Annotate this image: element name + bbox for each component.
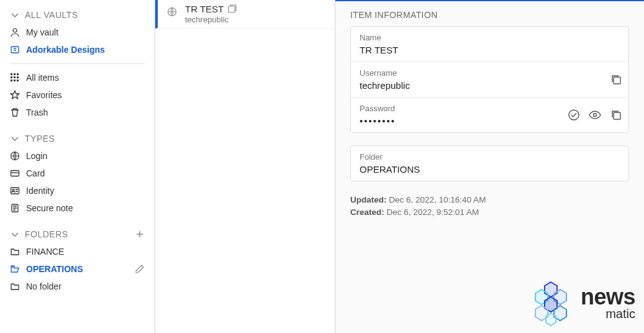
- add-folder-button[interactable]: [135, 229, 145, 239]
- svg-marker-28: [554, 306, 566, 321]
- sidebar-item-type-note[interactable]: Secure note: [0, 199, 155, 217]
- sidebar-item-favorites[interactable]: Favorites: [0, 86, 155, 104]
- svg-rect-9: [14, 80, 16, 81]
- folder-card: Folder OPERATIONS: [350, 145, 629, 181]
- logo-text-line2: matic: [605, 308, 635, 319]
- svg-rect-2: [11, 73, 12, 75]
- section-header-all-vaults[interactable]: ALL VAULTS: [0, 6, 155, 24]
- sidebar-item-folder-none[interactable]: No folder: [0, 278, 155, 295]
- sidebar-item-label: Login: [26, 151, 47, 161]
- sidebar-item-folder-operations[interactable]: OPERATIONS: [0, 260, 155, 278]
- updated-label: Updated:: [350, 195, 387, 204]
- svg-rect-3: [14, 73, 16, 75]
- divider: [10, 63, 145, 64]
- business-icon: [10, 45, 20, 55]
- globe-icon: [10, 151, 20, 161]
- card-icon: [10, 168, 20, 178]
- sidebar-item-label: FINANCE: [26, 247, 64, 257]
- svg-marker-27: [535, 306, 548, 321]
- sidebar-item-label: Adorkable Designs: [26, 45, 105, 55]
- sidebar-item-all-items[interactable]: All items: [0, 69, 155, 86]
- sidebar-item-label: Card: [26, 168, 45, 178]
- field-password: Password ••••••••: [351, 98, 628, 132]
- sidebar-item-label: Secure note: [26, 203, 73, 213]
- field-label: Folder: [360, 152, 620, 162]
- sidebar-item-type-card[interactable]: Card: [0, 165, 155, 182]
- item-title: TR TEST: [185, 4, 224, 14]
- updated-value: Dec 6, 2022, 10:16:40 AM: [389, 195, 486, 204]
- created-value: Dec 6, 2022, 9:52:01 AM: [387, 208, 479, 217]
- detail-header: ITEM INFORMATION: [350, 10, 629, 20]
- created-label: Created:: [350, 208, 384, 217]
- sidebar-item-label: OPERATIONS: [26, 264, 83, 274]
- sidebar-item-label: Trash: [26, 107, 48, 117]
- edit-folder-button[interactable]: [135, 264, 145, 274]
- sidebar-item-org-vault[interactable]: Adorkable Designs: [0, 41, 155, 58]
- logo-text-line1: news: [581, 287, 635, 307]
- svg-point-20: [569, 110, 579, 120]
- svg-rect-14: [11, 188, 19, 194]
- item-subtitle: techrepublic: [185, 15, 327, 24]
- sidebar: ALL VAULTS My vault Adorkable Designs Al…: [0, 0, 155, 333]
- section-label: ALL VAULTS: [25, 10, 78, 20]
- section-label: TYPES: [25, 134, 55, 144]
- svg-rect-13: [11, 171, 19, 176]
- svg-marker-26: [545, 297, 557, 312]
- grid-icon: [10, 73, 20, 83]
- section-header-types[interactable]: TYPES: [0, 130, 155, 147]
- sidebar-item-trash[interactable]: Trash: [0, 104, 155, 121]
- trash-icon: [10, 107, 20, 117]
- svg-marker-25: [535, 290, 548, 304]
- check-password-button[interactable]: [568, 109, 580, 121]
- brand-logo: news matic: [526, 278, 635, 328]
- field-folder: Folder OPERATIONS: [351, 146, 628, 181]
- section-label: FOLDERS: [25, 229, 68, 239]
- field-value: TR TEST: [360, 45, 620, 55]
- svg-rect-22: [614, 112, 620, 119]
- svg-point-21: [594, 114, 597, 117]
- sidebar-item-label: No folder: [26, 281, 61, 291]
- svg-rect-10: [17, 80, 19, 81]
- svg-rect-1: [11, 47, 19, 53]
- list-item[interactable]: TR TEST techrepublic: [155, 0, 335, 29]
- sidebar-item-type-identity[interactable]: Identity: [0, 182, 155, 199]
- sidebar-item-label: All items: [26, 73, 59, 83]
- item-list: TR TEST techrepublic: [155, 0, 335, 333]
- copy-username-button[interactable]: [610, 73, 622, 86]
- svg-rect-18: [229, 6, 235, 12]
- globe-icon: [165, 5, 179, 19]
- folder-icon: [10, 281, 20, 291]
- star-icon: [10, 90, 20, 100]
- sidebar-item-label: Identity: [26, 186, 54, 196]
- shared-icon: [227, 4, 237, 14]
- folder-icon: [10, 247, 20, 257]
- svg-rect-5: [11, 76, 12, 78]
- svg-point-0: [13, 29, 17, 32]
- sidebar-item-my-vault[interactable]: My vault: [0, 24, 155, 41]
- field-value: techrepublic: [360, 80, 620, 91]
- folder-open-icon: [10, 264, 20, 274]
- svg-point-15: [12, 189, 14, 191]
- sidebar-item-folder-finance[interactable]: FINANCE: [0, 243, 155, 260]
- toggle-password-visibility-button[interactable]: [589, 109, 601, 121]
- svg-rect-6: [14, 76, 16, 78]
- field-label: Name: [360, 33, 620, 42]
- chevron-down-icon: [10, 229, 20, 239]
- note-icon: [10, 203, 20, 213]
- svg-rect-8: [11, 80, 12, 81]
- field-username: Username techrepublic: [351, 62, 628, 98]
- sidebar-item-label: My vault: [26, 27, 58, 37]
- sidebar-item-type-login[interactable]: Login: [0, 147, 155, 165]
- svg-marker-29: [546, 313, 556, 326]
- field-name: Name TR TEST: [351, 27, 628, 62]
- copy-password-button[interactable]: [610, 109, 622, 121]
- sidebar-item-label: Favorites: [26, 90, 62, 100]
- svg-marker-11: [11, 91, 19, 99]
- svg-rect-19: [614, 77, 620, 84]
- item-info-card: Name TR TEST Username techrepublic Passw…: [350, 26, 629, 133]
- section-header-folders[interactable]: FOLDERS: [0, 226, 155, 243]
- detail-pane: ITEM INFORMATION Name TR TEST Username t…: [335, 0, 644, 333]
- chevron-down-icon: [10, 134, 20, 144]
- logo-mark-icon: [526, 278, 576, 328]
- svg-rect-7: [17, 76, 19, 78]
